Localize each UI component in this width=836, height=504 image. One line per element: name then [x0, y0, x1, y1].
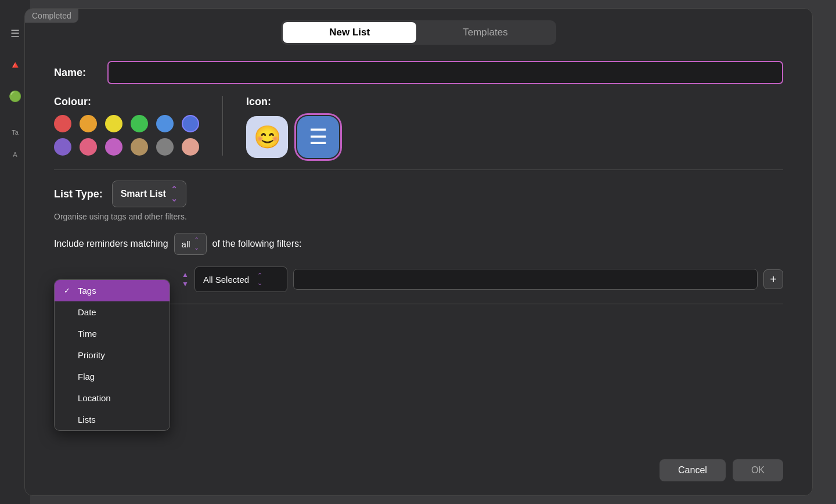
stepper-up-icon[interactable]: ▲ — [182, 271, 189, 279]
dropdown-location-label: Location — [78, 393, 111, 403]
name-row: Name: — [54, 61, 783, 84]
filter-match-chevron-icon: ⌃⌄ — [194, 236, 199, 251]
dropdown-item-flag[interactable]: Flag — [55, 366, 170, 387]
cancel-button[interactable]: Cancel — [660, 459, 726, 481]
bottom-row: Cancel OK — [25, 450, 812, 495]
colour-red[interactable] — [54, 115, 71, 132]
dropdown-item-time[interactable]: Time — [55, 323, 170, 344]
list-type-row: List Type: Smart List ⌃⌄ — [54, 181, 783, 207]
icon-options: 😊 ☰ — [246, 116, 339, 158]
sidebar-label-a: A — [13, 151, 17, 158]
tab-container: New List Templates — [281, 20, 556, 45]
filter-intro-text: Include reminders matching — [54, 239, 168, 249]
plus-icon: + — [770, 273, 777, 286]
dropdown-item-priority[interactable]: Priority — [55, 344, 170, 366]
icon-smiley[interactable]: 😊 — [246, 116, 288, 158]
name-input[interactable] — [107, 61, 783, 84]
list-type-chevron-icon: ⌃⌄ — [171, 185, 178, 203]
colour-gray[interactable] — [156, 138, 174, 156]
dropdown-time-label: Time — [78, 329, 97, 339]
divider-1 — [54, 170, 783, 170]
ok-button[interactable]: OK — [733, 459, 783, 481]
list-type-value: Smart List — [121, 189, 166, 199]
add-filter-button[interactable]: + — [763, 269, 783, 289]
colour-yellow[interactable] — [105, 115, 122, 132]
colour-magenta[interactable] — [105, 138, 122, 156]
colour-label: Colour: — [54, 96, 199, 108]
colour-blue[interactable] — [182, 115, 199, 132]
check-icon: ✓ — [64, 286, 73, 295]
colour-pink[interactable] — [80, 138, 97, 156]
stepper-down-icon[interactable]: ▼ — [182, 280, 189, 288]
colour-row-1 — [54, 115, 199, 132]
filter-suffix-text: of the following filters: — [212, 239, 302, 249]
filter-match-select[interactable]: all ⌃⌄ — [174, 233, 207, 255]
dropdown-item-tags[interactable]: ✓ Tags — [55, 280, 170, 301]
form-body: Name: Colour: — [25, 55, 812, 450]
list-type-label: List Type: — [54, 188, 103, 200]
colour-green[interactable] — [131, 115, 148, 132]
all-selected-label: All Selected — [203, 275, 249, 285]
icon-label-row: Icon: — [246, 96, 339, 108]
dropdown-priority-label: Priority — [78, 350, 105, 360]
colour-rose[interactable] — [182, 138, 199, 156]
colour-light-blue[interactable] — [156, 115, 174, 132]
smart-list-desc: Organise using tags and other filters. — [54, 212, 783, 221]
tab-new-list[interactable]: New List — [283, 22, 416, 43]
list-icon: ☰ — [309, 125, 327, 149]
filter-type-stepper[interactable]: ▲ ▼ — [182, 271, 189, 288]
all-selected-select[interactable]: All Selected ⌃⌄ — [194, 267, 287, 292]
dropdown-item-lists[interactable]: Lists — [55, 409, 170, 430]
dropdown-date-label: Date — [78, 307, 96, 317]
filter-tags-row: ✓ Tags Date Time Priority — [54, 267, 783, 292]
colour-purple[interactable] — [54, 138, 71, 156]
icon-list[interactable]: ☰ — [297, 116, 339, 158]
new-list-modal: Completed New List Templates Name: Colou… — [24, 8, 813, 496]
dropdown-flag-label: Flag — [78, 372, 95, 381]
dropdown-item-date[interactable]: Date — [55, 301, 170, 323]
tag-text-input[interactable] — [293, 269, 758, 290]
colour-tan[interactable] — [131, 138, 148, 156]
filter-match-value: all — [182, 239, 190, 249]
all-selected-chevron-icon: ⌃⌄ — [257, 272, 262, 287]
filters-row: Include reminders matching all ⌃⌄ of the… — [54, 233, 783, 255]
dropdown-tags-label: Tags — [78, 286, 96, 296]
colour-row-2 — [54, 138, 199, 156]
tab-templates[interactable]: Templates — [416, 22, 554, 43]
colour-orange[interactable] — [80, 115, 97, 132]
name-label: Name: — [54, 67, 100, 79]
completed-bar: Completed — [25, 9, 78, 23]
dropdown-item-location[interactable]: Location — [55, 387, 170, 409]
tab-bar: New List Templates — [25, 9, 812, 55]
sidebar-icon-3[interactable]: 🟢 — [5, 86, 26, 107]
icon-section: Icon: 😊 ☰ — [246, 96, 339, 158]
dropdown-lists-label: Lists — [78, 415, 96, 424]
colour-icon-row: Colour: — [54, 96, 783, 158]
list-type-select[interactable]: Smart List ⌃⌄ — [112, 181, 186, 207]
sidebar-icon-2[interactable]: 🔺 — [5, 55, 26, 75]
dropdown-menu: ✓ Tags Date Time Priority — [54, 279, 170, 431]
colour-section: Colour: — [54, 96, 223, 156]
sidebar-label-ta: Ta — [12, 129, 19, 136]
smiley-icon: 😊 — [254, 124, 281, 150]
icon-label: Icon: — [246, 96, 271, 108]
sidebar-icon-1[interactable]: ☰ — [5, 23, 26, 44]
